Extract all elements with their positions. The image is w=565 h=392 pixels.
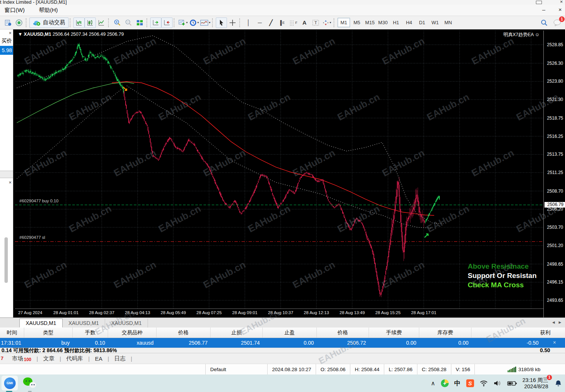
- fibonacci-icon: [289, 20, 295, 26]
- timeframe-m30-button[interactable]: M30: [377, 18, 389, 27]
- annotation-check-ma-cross: Check MA Cross: [468, 281, 524, 289]
- column-header[interactable]: 时间: [0, 328, 24, 338]
- autotrading-button[interactable]: 自动交易: [29, 18, 69, 28]
- tab-scroll-arrows[interactable]: ◀ ▶: [552, 320, 563, 324]
- chart-ohlc-header: ▼ XAUUSD,M1 2506.64 2507.34 2506.49 2506…: [18, 32, 124, 37]
- terminal-tab-2[interactable]: 代码库: [61, 355, 88, 362]
- search-icon[interactable]: [540, 19, 548, 26]
- terminal-tab-1[interactable]: 文章: [38, 355, 60, 362]
- trade-cell: xauusd: [108, 338, 157, 348]
- time-axis-label: 28 Aug 04:13: [125, 310, 150, 315]
- chat-badge: 1: [559, 16, 565, 22]
- trade-cell: 0.00: [419, 338, 471, 348]
- taskbar-gmi-app[interactable]: GMI: [1, 376, 18, 391]
- chart-tab-2[interactable]: XAUUSD,M1: [105, 319, 148, 328]
- zoom-in-button[interactable]: [112, 18, 123, 28]
- trade-table-row[interactable]: 17:31:01buy0.10xauusd2506.772501.740.002…: [0, 338, 565, 348]
- column-header[interactable]: 手续费: [369, 328, 419, 338]
- menu-help[interactable]: 帮助(H): [37, 6, 59, 15]
- child-minimize-icon[interactable]: –: [540, 6, 547, 13]
- column-header[interactable]: 获利: [471, 328, 554, 338]
- terminal-tab-4[interactable]: 日志: [109, 355, 131, 362]
- time-axis-label: 28 Aug 13:49: [340, 310, 365, 315]
- timeframe-m15-button[interactable]: M15: [364, 18, 376, 27]
- tray-expand-icon[interactable]: ∧: [431, 380, 435, 387]
- timeframe-h4-button[interactable]: H4: [403, 18, 415, 27]
- ime-icon[interactable]: 中: [454, 379, 461, 388]
- smiley-icon: ☺: [535, 32, 540, 37]
- zoom-out-button[interactable]: [123, 18, 134, 28]
- chart-shift-button[interactable]: [150, 18, 161, 28]
- tile-windows-button[interactable]: [134, 18, 145, 28]
- column-header[interactable]: 手数: [73, 328, 108, 338]
- toolbar-grip: [146, 18, 149, 27]
- taskbar-wechat-app[interactable]: [23, 377, 37, 390]
- wifi-icon[interactable]: [480, 380, 488, 386]
- horizontal-line-button[interactable]: ─: [254, 18, 265, 28]
- timeframe-d1-button[interactable]: D1: [416, 18, 428, 27]
- time-axis-label: 28 Aug 02:37: [89, 310, 114, 315]
- trade-cell: 0.00: [369, 338, 419, 348]
- column-header[interactable]: 价格: [317, 328, 369, 338]
- terminal-button[interactable]: [13, 18, 25, 28]
- trendline-button[interactable]: ╱: [265, 18, 277, 28]
- arrows-icon: [322, 19, 329, 26]
- sogou-tray-icon[interactable]: S: [466, 379, 474, 387]
- menu-bar: 窗口(W) 帮助(H) – ×: [0, 5, 565, 16]
- close-position-icon[interactable]: ×: [553, 339, 556, 345]
- terminal-tab-3[interactable]: EA: [90, 355, 108, 362]
- taskbar-clock[interactable]: 23:16 周三 2024/8/28 1: [523, 377, 549, 390]
- status-profile[interactable]: Default: [206, 364, 268, 374]
- bar-chart-icon: [76, 19, 82, 26]
- buy-price-cell[interactable]: 5.98: [0, 46, 13, 55]
- text-label-button[interactable]: T: [310, 18, 321, 28]
- antivirus-tray-icon[interactable]: +: [441, 379, 449, 387]
- column-header[interactable]: 类型: [24, 328, 73, 338]
- chart-candles-button[interactable]: [85, 18, 96, 28]
- new-order-button[interactable]: [2, 18, 13, 28]
- column-header[interactable]: 库存费: [419, 328, 471, 338]
- close-icon[interactable]: ×: [9, 180, 12, 185]
- close-icon[interactable]: ×: [560, 0, 563, 4]
- price-axis-label: 2523.80: [547, 79, 563, 84]
- close-icon[interactable]: ×: [9, 30, 12, 36]
- cursor-button[interactable]: [216, 18, 227, 28]
- timeframe-mn-button[interactable]: MN: [442, 18, 454, 27]
- new-chart-button[interactable]: ▾: [177, 18, 189, 28]
- chart-tab-1[interactable]: XAUUSD,M1: [63, 319, 105, 328]
- arrows-button[interactable]: ▾: [321, 18, 332, 28]
- menu-window[interactable]: 窗口(W): [3, 6, 26, 15]
- text-button[interactable]: A: [299, 18, 310, 28]
- toolbar-grip: [108, 18, 111, 27]
- chart-plot[interactable]: ↘↗: [15, 31, 543, 309]
- channel-button[interactable]: ∥E: [277, 18, 288, 28]
- column-header[interactable]: 止损: [211, 328, 263, 338]
- chart-line-button[interactable]: [96, 18, 107, 28]
- chart-bars-button[interactable]: [73, 18, 85, 28]
- timeframe-w1-button[interactable]: W1: [429, 18, 441, 27]
- wechat-icon-small: [29, 382, 36, 388]
- crosshair-button[interactable]: [227, 18, 238, 28]
- restore-icon[interactable]: [536, 1, 542, 4]
- notification-bell-icon[interactable]: [555, 380, 562, 387]
- terminal-tab-0[interactable]: 市场100: [7, 355, 37, 362]
- speaker-icon[interactable]: [493, 380, 502, 386]
- auto-scroll-button[interactable]: [161, 18, 173, 28]
- time-axis-label: 28 Aug 10:37: [268, 310, 293, 315]
- fibonacci-button[interactable]: F: [288, 18, 299, 28]
- price-chart[interactable]: ▼ XAUUSD,M1 2506.64 2507.34 2506.49 2506…: [15, 31, 543, 309]
- column-header[interactable]: 价格: [157, 328, 211, 338]
- battery-icon[interactable]: [507, 381, 517, 386]
- column-header[interactable]: 止盈: [263, 328, 317, 338]
- child-close-icon[interactable]: ×: [557, 6, 564, 13]
- chat-button[interactable]: 1: [553, 19, 561, 26]
- timeframe-h1-button[interactable]: H1: [390, 18, 402, 27]
- column-header[interactable]: 交易品种: [108, 328, 157, 338]
- chart-tab-0[interactable]: XAUUSD,M1: [19, 319, 63, 328]
- periods-button[interactable]: ▾: [189, 18, 200, 28]
- timeframe-m5-button[interactable]: M5: [351, 18, 363, 27]
- vertical-line-button[interactable]: │: [243, 18, 254, 28]
- indicators-button[interactable]: ▾: [200, 18, 211, 28]
- timeframe-m1-button[interactable]: M1: [338, 18, 350, 27]
- scrollbar[interactable]: [4, 237, 8, 283]
